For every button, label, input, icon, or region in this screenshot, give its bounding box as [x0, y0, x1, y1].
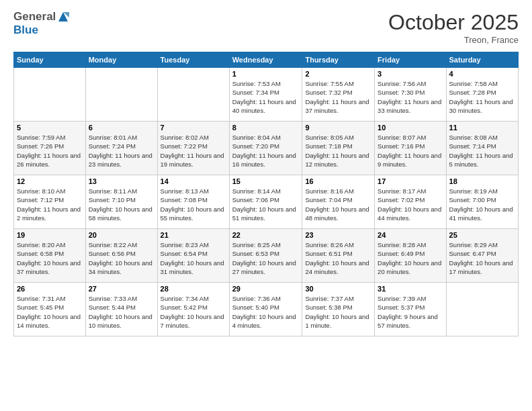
day-number: 3	[378, 70, 443, 78]
day-cell: 20Sunrise: 8:22 AMSunset: 6:56 PMDayligh…	[85, 229, 157, 283]
day-cell: 5Sunrise: 7:59 AMSunset: 7:26 PMDaylight…	[14, 122, 86, 175]
day-info: Sunrise: 7:39 AMSunset: 5:37 PMDaylight:…	[378, 294, 443, 330]
day-cell: 4Sunrise: 7:58 AMSunset: 7:28 PMDaylight…	[446, 68, 518, 122]
day-number: 23	[305, 231, 371, 239]
day-number: 2	[305, 70, 371, 78]
day-number: 7	[161, 124, 226, 132]
day-info: Sunrise: 7:59 AMSunset: 7:26 PMDaylight:…	[17, 133, 83, 169]
day-cell: 17Sunrise: 8:17 AMSunset: 7:02 PMDayligh…	[375, 175, 446, 229]
week-row-4: 19Sunrise: 8:20 AMSunset: 6:58 PMDayligh…	[14, 229, 519, 283]
day-cell: 13Sunrise: 8:11 AMSunset: 7:10 PMDayligh…	[85, 175, 157, 229]
day-cell: 1Sunrise: 7:53 AMSunset: 7:34 PMDaylight…	[229, 68, 302, 122]
day-cell: 19Sunrise: 8:20 AMSunset: 6:58 PMDayligh…	[14, 229, 86, 283]
day-info: Sunrise: 8:14 AMSunset: 7:06 PMDaylight:…	[232, 187, 300, 222]
col-monday: Monday	[85, 52, 157, 68]
day-cell: 8Sunrise: 8:04 AMSunset: 7:20 PMDaylight…	[229, 122, 302, 175]
day-number: 28	[161, 285, 226, 293]
day-info: Sunrise: 8:13 AMSunset: 7:08 PMDaylight:…	[161, 187, 226, 222]
day-cell: 24Sunrise: 8:28 AMSunset: 6:49 PMDayligh…	[375, 229, 446, 283]
day-number: 21	[161, 231, 226, 239]
col-sunday: Sunday	[14, 52, 86, 68]
day-info: Sunrise: 8:08 AMSunset: 7:14 PMDaylight:…	[449, 133, 515, 169]
day-cell: 16Sunrise: 8:16 AMSunset: 7:04 PMDayligh…	[302, 175, 375, 229]
day-cell: 27Sunrise: 7:33 AMSunset: 5:44 PMDayligh…	[85, 283, 157, 336]
day-cell: 22Sunrise: 8:25 AMSunset: 6:53 PMDayligh…	[229, 229, 302, 283]
day-number: 12	[17, 177, 83, 185]
day-number: 14	[161, 177, 226, 185]
col-tuesday: Tuesday	[157, 52, 229, 68]
day-cell: 3Sunrise: 7:56 AMSunset: 7:30 PMDaylight…	[375, 68, 446, 122]
day-number: 27	[89, 285, 154, 293]
day-info: Sunrise: 7:36 AMSunset: 5:40 PMDaylight:…	[232, 294, 300, 330]
col-saturday: Saturday	[446, 52, 518, 68]
day-info: Sunrise: 8:10 AMSunset: 7:12 PMDaylight:…	[17, 187, 83, 222]
day-cell	[14, 68, 86, 122]
page: General Blue October 2025 Treon, France …	[0, 0, 532, 411]
month-title: October 2025	[388, 10, 519, 35]
header-row: Sunday Monday Tuesday Wednesday Thursday…	[14, 52, 519, 68]
logo-general-text: General	[13, 10, 56, 24]
day-info: Sunrise: 8:25 AMSunset: 6:53 PMDaylight:…	[232, 240, 300, 276]
day-info: Sunrise: 7:33 AMSunset: 5:44 PMDaylight:…	[89, 294, 154, 330]
day-cell: 7Sunrise: 8:02 AMSunset: 7:22 PMDaylight…	[157, 122, 229, 175]
day-info: Sunrise: 7:55 AMSunset: 7:32 PMDaylight:…	[305, 79, 371, 115]
day-cell: 11Sunrise: 8:08 AMSunset: 7:14 PMDayligh…	[446, 122, 518, 175]
day-cell: 25Sunrise: 8:29 AMSunset: 6:47 PMDayligh…	[446, 229, 518, 283]
day-cell: 26Sunrise: 7:31 AMSunset: 5:45 PMDayligh…	[14, 283, 86, 336]
day-number: 11	[449, 124, 515, 132]
day-info: Sunrise: 8:28 AMSunset: 6:49 PMDaylight:…	[378, 240, 443, 276]
day-info: Sunrise: 8:23 AMSunset: 6:54 PMDaylight:…	[161, 240, 226, 276]
day-number: 15	[232, 177, 300, 185]
day-number: 5	[17, 124, 83, 132]
day-info: Sunrise: 7:31 AMSunset: 5:45 PMDaylight:…	[17, 294, 83, 330]
day-cell	[157, 68, 229, 122]
day-info: Sunrise: 8:16 AMSunset: 7:04 PMDaylight:…	[305, 187, 371, 222]
header: General Blue October 2025 Treon, France	[13, 10, 519, 45]
day-cell: 6Sunrise: 8:01 AMSunset: 7:24 PMDaylight…	[85, 122, 157, 175]
day-cell: 29Sunrise: 7:36 AMSunset: 5:40 PMDayligh…	[229, 283, 302, 336]
day-info: Sunrise: 8:29 AMSunset: 6:47 PMDaylight:…	[449, 240, 515, 276]
day-cell: 10Sunrise: 8:07 AMSunset: 7:16 PMDayligh…	[375, 122, 446, 175]
day-number: 20	[89, 231, 154, 239]
day-info: Sunrise: 8:22 AMSunset: 6:56 PMDaylight:…	[89, 240, 154, 276]
day-info: Sunrise: 8:04 AMSunset: 7:20 PMDaylight:…	[232, 133, 300, 169]
day-number: 4	[449, 70, 515, 78]
day-cell: 15Sunrise: 8:14 AMSunset: 7:06 PMDayligh…	[229, 175, 302, 229]
day-number: 24	[378, 231, 443, 239]
day-number: 9	[305, 124, 371, 132]
day-cell: 2Sunrise: 7:55 AMSunset: 7:32 PMDaylight…	[302, 68, 375, 122]
logo-icon	[57, 11, 69, 23]
day-number: 22	[232, 231, 300, 239]
day-cell: 30Sunrise: 7:37 AMSunset: 5:38 PMDayligh…	[302, 283, 375, 336]
day-info: Sunrise: 7:37 AMSunset: 5:38 PMDaylight:…	[305, 294, 371, 330]
day-number: 1	[232, 70, 300, 78]
day-number: 26	[17, 285, 83, 293]
day-cell	[85, 68, 157, 122]
logo: General Blue	[13, 10, 69, 37]
day-info: Sunrise: 8:01 AMSunset: 7:24 PMDaylight:…	[89, 133, 154, 169]
day-info: Sunrise: 7:34 AMSunset: 5:42 PMDaylight:…	[161, 294, 226, 330]
day-info: Sunrise: 7:53 AMSunset: 7:34 PMDaylight:…	[232, 79, 300, 115]
day-info: Sunrise: 8:20 AMSunset: 6:58 PMDaylight:…	[17, 240, 83, 276]
day-cell	[446, 283, 518, 336]
day-number: 31	[378, 285, 443, 293]
day-cell: 28Sunrise: 7:34 AMSunset: 5:42 PMDayligh…	[157, 283, 229, 336]
day-number: 10	[378, 124, 443, 132]
day-cell: 23Sunrise: 8:26 AMSunset: 6:51 PMDayligh…	[302, 229, 375, 283]
col-thursday: Thursday	[302, 52, 375, 68]
day-number: 8	[232, 124, 300, 132]
col-wednesday: Wednesday	[229, 52, 302, 68]
day-info: Sunrise: 8:17 AMSunset: 7:02 PMDaylight:…	[378, 187, 443, 222]
day-number: 25	[449, 231, 515, 239]
col-friday: Friday	[375, 52, 446, 68]
calendar-table: Sunday Monday Tuesday Wednesday Thursday…	[13, 52, 519, 336]
logo-blue-text: Blue	[13, 24, 69, 37]
day-number: 16	[305, 177, 371, 185]
day-cell: 18Sunrise: 8:19 AMSunset: 7:00 PMDayligh…	[446, 175, 518, 229]
day-cell: 14Sunrise: 8:13 AMSunset: 7:08 PMDayligh…	[157, 175, 229, 229]
day-number: 18	[449, 177, 515, 185]
day-number: 6	[89, 124, 154, 132]
day-number: 13	[89, 177, 154, 185]
week-row-3: 12Sunrise: 8:10 AMSunset: 7:12 PMDayligh…	[14, 175, 519, 229]
location-subtitle: Treon, France	[388, 35, 519, 45]
